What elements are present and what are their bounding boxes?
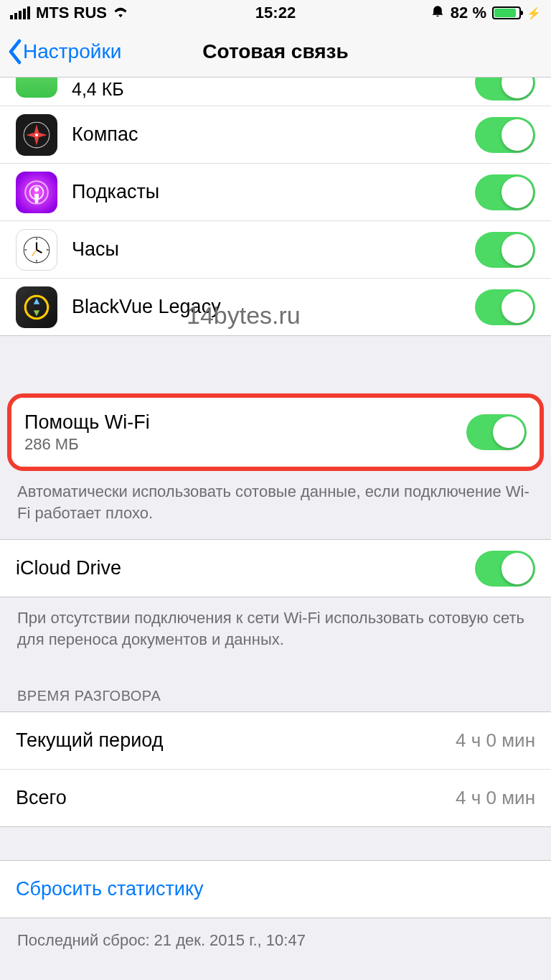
call-time-total-row: Всего 4 ч 0 мин [0,770,551,827]
signal-icon [10,6,30,19]
app-row-partial[interactable]: 4,4 КБ [0,78,551,106]
status-bar: MTS RUS 15:22 82 % ⚡ [0,0,551,26]
app-label: Компас [72,123,475,146]
call-time-total-value: 4 ч 0 мин [456,787,535,809]
podcasts-icon [16,172,57,213]
app-icon [16,78,57,98]
nav-bar: Настройки Сотовая связь [0,26,551,78]
icloud-footer: При отсутствии подключения к сети Wi-Fi … [0,597,551,666]
call-time-current-value: 4 ч 0 мин [456,729,535,752]
app-row-blackvue[interactable]: BlackVue Legacy [0,279,551,336]
clock-icon [16,229,57,271]
call-time-header: ВРЕМЯ РАЗГОВОРА [0,666,551,711]
call-time-total-label: Всего [16,787,456,809]
last-reset-label: Последний сброс: 21 дек. 2015 г., 10:47 [0,918,551,967]
app-row-compass[interactable]: Компас [0,106,551,164]
call-time-current-row: Текущий период 4 ч 0 мин [0,712,551,770]
back-label: Настройки [23,40,121,63]
app-toggle[interactable] [475,289,535,325]
icloud-drive-row[interactable]: iCloud Drive [0,540,551,597]
highlight-box: Помощь Wi-Fi 286 МБ [7,393,544,471]
reset-statistics-row[interactable]: Сбросить статистику [0,861,551,918]
icloud-drive-toggle[interactable] [475,551,535,587]
blackvue-icon [16,286,57,328]
app-list: Компас Подкасты Часы BlackVue Legacy [0,106,551,336]
call-time-current-label: Текущий период [16,729,456,752]
icloud-drive-label: iCloud Drive [16,557,475,579]
app-row-podcasts[interactable]: Подкасты [0,164,551,221]
wifi-assist-usage: 286 МБ [24,435,466,454]
app-label: Подкасты [72,181,475,203]
battery-pct: 82 % [451,4,486,22]
carrier-label: MTS RUS [36,4,107,22]
back-button[interactable]: Настройки [0,39,121,65]
reset-statistics-label: Сбросить статистику [16,878,535,900]
compass-icon [16,114,57,156]
status-time: 15:22 [255,4,296,22]
wifi-assist-footer: Автоматически использовать сотовые данны… [0,471,551,539]
wifi-assist-toggle[interactable] [466,414,527,450]
app-toggle[interactable] [475,174,535,210]
svg-point-1 [35,133,38,136]
app-toggle[interactable] [475,78,535,101]
wifi-icon [113,4,128,22]
battery-icon [492,6,521,19]
wifi-assist-label: Помощь Wi-Fi [24,411,466,434]
app-label: BlackVue Legacy [72,296,475,318]
app-toggle[interactable] [475,232,535,268]
alarm-icon [430,4,445,22]
chevron-left-icon [7,39,23,65]
app-usage-label: 4,4 КБ [72,79,475,100]
app-row-clock[interactable]: Часы [0,221,551,279]
page-title: Сотовая связь [202,40,349,63]
app-toggle[interactable] [475,117,535,153]
wifi-assist-row[interactable]: Помощь Wi-Fi 286 МБ [11,398,540,467]
svg-point-4 [34,187,39,191]
app-label: Часы [72,238,475,261]
charging-icon: ⚡ [527,6,541,20]
